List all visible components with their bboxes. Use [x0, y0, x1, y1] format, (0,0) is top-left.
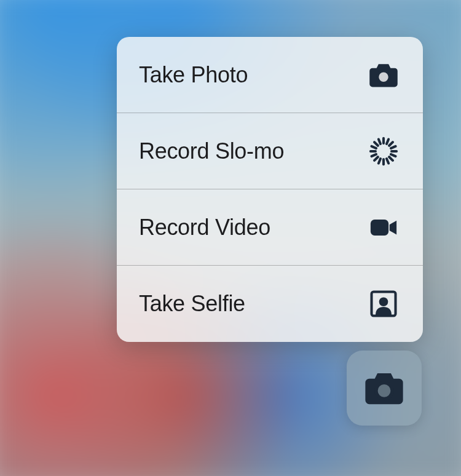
camera-app-icon[interactable] — [347, 351, 422, 426]
selfie-icon — [366, 287, 401, 321]
menu-item-label: Record Video — [139, 215, 270, 240]
video-icon — [366, 210, 401, 245]
svg-line-17 — [379, 139, 380, 144]
svg-point-20 — [379, 297, 388, 306]
svg-line-5 — [391, 146, 396, 148]
menu-item-take-photo[interactable]: Take Photo — [117, 37, 423, 113]
svg-line-9 — [387, 159, 388, 164]
svg-line-7 — [391, 154, 396, 156]
svg-rect-18 — [371, 220, 388, 236]
svg-line-16 — [374, 142, 378, 146]
svg-line-11 — [379, 159, 380, 164]
camera-icon — [366, 58, 401, 92]
menu-item-label: Take Selfie — [139, 291, 245, 317]
camera-quick-actions-menu: Take Photo Record Slo-mo — [117, 37, 423, 342]
slomo-icon — [366, 134, 401, 169]
svg-line-3 — [387, 139, 388, 144]
menu-item-record-slomo[interactable]: Record Slo-mo — [117, 113, 423, 189]
menu-item-record-video[interactable]: Record Video — [117, 189, 423, 266]
svg-line-8 — [389, 157, 393, 161]
menu-item-label: Record Slo-mo — [139, 138, 284, 164]
menu-item-take-selfie[interactable]: Take Selfie — [117, 266, 423, 342]
svg-line-4 — [389, 142, 393, 146]
menu-item-label: Take Photo — [139, 62, 248, 88]
svg-line-13 — [371, 154, 376, 156]
svg-line-12 — [374, 157, 378, 161]
svg-line-15 — [371, 146, 376, 148]
